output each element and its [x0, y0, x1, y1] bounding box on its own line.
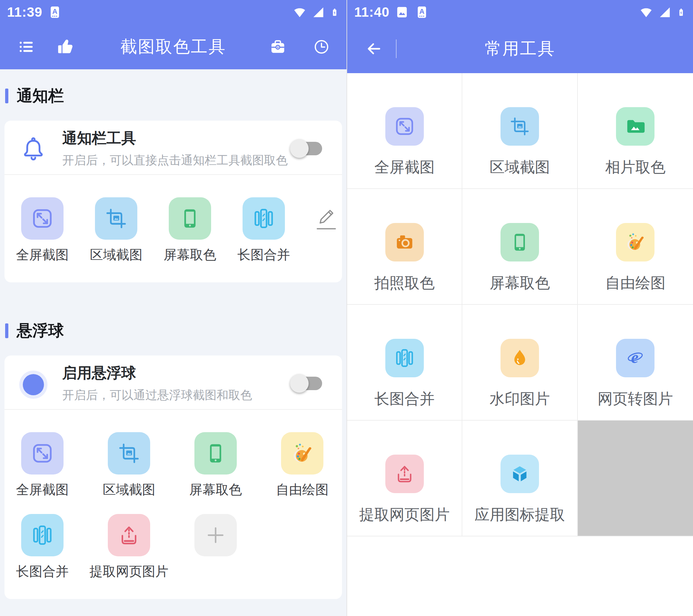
app-bar: 11:39 截图取色工具 — [0, 0, 346, 69]
tool-long-image-merge[interactable]: 长图合并 — [21, 514, 63, 580]
fullscreen-screenshot-icon — [385, 107, 424, 146]
nav-divider — [396, 39, 397, 58]
photo-folder-color-icon — [616, 107, 654, 146]
pencil-edit-icon — [316, 207, 336, 227]
tool-fullscreen-screenshot[interactable]: 全屏截图 — [21, 432, 63, 499]
grid-item-label: 提取网页图片 — [359, 505, 450, 525]
toolbox-icon[interactable] — [269, 38, 287, 56]
tool-screen-color-picker[interactable]: 屏幕取色 — [194, 432, 237, 499]
thumbs-up-icon[interactable] — [57, 38, 75, 56]
app-bar: 11:40 常用工具 — [347, 0, 693, 73]
notification-tool-row: 通知栏工具 开启后，可以直接点击通知栏工具截图取色 — [4, 121, 342, 168]
floating-ball-icon — [23, 374, 44, 395]
grid-item-label: 拍照取色 — [374, 273, 435, 293]
tool-label: 提取网页图片 — [90, 563, 169, 580]
grid-item-photo-color-picker[interactable]: 相片取色 — [578, 73, 693, 189]
screen-screenshot-tool-settings: 11:39 截图取色工具 通知栏 通知栏工具 开启后，可以 — [0, 0, 346, 616]
grid-item-label: 网页转图片 — [598, 389, 673, 409]
grid-item-watermark-image[interactable]: 水印图片 — [462, 305, 577, 421]
tool-region-screenshot[interactable]: 区域截图 — [108, 432, 150, 499]
signal-icon — [311, 5, 325, 19]
tool-screen-color-picker[interactable]: 屏幕取色 — [169, 197, 211, 264]
grid-item-long-image-merge[interactable]: 长图合并 — [347, 305, 462, 421]
tools-grid: 全屏截图 区域截图 相片取色 拍照取色 屏幕取色 自由绘图 长图合并 水印图片 — [347, 73, 693, 536]
card-subtitle: 开启后，可以通过悬浮球截图和取色 — [62, 387, 290, 403]
wifi-icon — [639, 5, 653, 19]
tool-label: 自由绘图 — [276, 481, 329, 499]
palette-drawing-icon — [616, 223, 654, 261]
tool-region-screenshot[interactable]: 区域截图 — [95, 197, 137, 264]
grid-item-web-to-image[interactable]: 网页转图片 — [578, 305, 693, 421]
page-title: 常用工具 — [347, 38, 693, 60]
tool-label: 全屏截图 — [16, 481, 69, 499]
bell-icon — [21, 135, 46, 162]
tool-long-image-merge[interactable]: 长图合并 — [242, 197, 285, 264]
card-title: 启用悬浮球 — [62, 363, 290, 383]
grid-item-screen-color-picker[interactable]: 屏幕取色 — [462, 189, 577, 305]
battery-charging-icon — [676, 5, 686, 19]
tool-label: 屏幕取色 — [189, 481, 242, 499]
section-title: 通知栏 — [17, 85, 64, 106]
toggle-thumb — [290, 374, 309, 393]
grid-item-label: 自由绘图 — [605, 273, 666, 293]
tool-extract-web-images[interactable]: 提取网页图片 — [108, 514, 150, 580]
grid-item-app-icon-extract[interactable]: 应用图标提取 — [462, 421, 577, 536]
status-time: 11:39 — [7, 4, 42, 20]
grid-item-label: 相片取色 — [605, 157, 666, 177]
grid-item-label: 全屏截图 — [374, 157, 435, 177]
grid-placeholder-cell — [578, 421, 693, 536]
card-title: 通知栏工具 — [62, 128, 290, 148]
floating-ball-row: 启用悬浮球 开启后，可以通过悬浮球截图和取色 — [4, 356, 342, 403]
tool-label: 屏幕取色 — [164, 246, 216, 264]
extract-web-images-icon — [385, 455, 424, 493]
tool-label: 区域截图 — [90, 246, 142, 264]
grid-item-label: 区域截图 — [490, 157, 550, 177]
notification-tool-card: 通知栏工具 开启后，可以直接点击通知栏工具截图取色 全屏截图 区域截图 屏幕取色 — [4, 121, 342, 282]
grid-item-region-screenshot[interactable]: 区域截图 — [462, 73, 577, 189]
card-subtitle: 开启后，可以直接点击通知栏工具截图取色 — [62, 153, 290, 168]
extract-web-images-icon — [108, 514, 150, 556]
grid-item-label: 长图合并 — [374, 389, 435, 409]
battery-charging-icon — [330, 5, 339, 19]
add-plus-icon — [194, 514, 237, 556]
tool-label: 长图合并 — [16, 563, 69, 580]
section-notification-bar: 通知栏 — [5, 85, 346, 106]
image-badge-icon — [395, 4, 409, 20]
status-bar: 11:40 — [347, 0, 693, 24]
screen-color-picker-icon — [500, 223, 539, 261]
region-screenshot-icon — [108, 432, 150, 475]
grid-item-label: 屏幕取色 — [490, 273, 550, 293]
grid-item-free-drawing[interactable]: 自由绘图 — [578, 189, 693, 305]
grid-item-extract-web-images[interactable]: 提取网页图片 — [347, 421, 462, 536]
screen-color-picker-icon — [169, 197, 211, 240]
long-image-merge-icon — [21, 514, 63, 556]
tool-label: 区域截图 — [103, 481, 155, 499]
floating-ball-toggle[interactable] — [290, 374, 322, 393]
screen-color-picker-icon — [194, 432, 237, 475]
list-menu-icon[interactable] — [17, 38, 35, 56]
signal-icon — [658, 5, 672, 19]
region-screenshot-icon — [95, 197, 137, 240]
history-clock-icon[interactable] — [313, 38, 331, 56]
long-image-merge-icon — [242, 197, 285, 240]
grid-item-fullscreen-screenshot[interactable]: 全屏截图 — [347, 73, 462, 189]
fullscreen-screenshot-icon — [21, 197, 63, 240]
status-time: 11:40 — [354, 4, 390, 20]
edit-tools-button[interactable] — [316, 207, 336, 230]
section-accent-bar — [5, 88, 8, 103]
edit-underline — [317, 228, 336, 230]
fullscreen-screenshot-icon — [21, 432, 63, 475]
nav-bar: 截图取色工具 — [0, 24, 346, 69]
divider — [4, 174, 342, 175]
add-tool-button[interactable] — [194, 514, 237, 556]
section-floating-ball: 悬浮球 — [5, 320, 346, 341]
watermark-drop-icon — [500, 339, 539, 377]
grid-item-camera-color-picker[interactable]: 拍照取色 — [347, 189, 462, 305]
nav-bar: 常用工具 — [347, 24, 693, 73]
long-image-merge-icon — [385, 339, 424, 377]
back-arrow-icon[interactable] — [364, 40, 382, 58]
notification-tool-toggle[interactable] — [290, 139, 322, 158]
page-title: 截图取色工具 — [0, 36, 346, 58]
tool-free-drawing[interactable]: 自由绘图 — [281, 432, 323, 499]
tool-fullscreen-screenshot[interactable]: 全屏截图 — [21, 197, 63, 264]
